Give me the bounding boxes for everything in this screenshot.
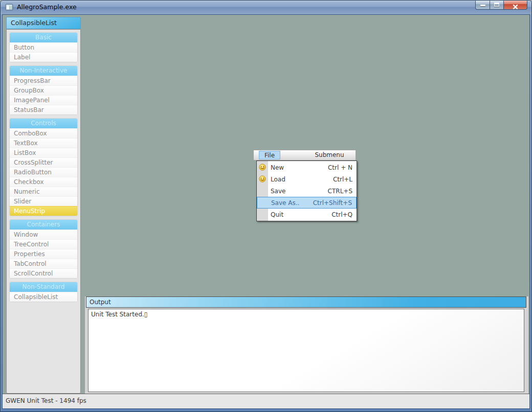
menu-item-accelerator: Ctrl+Shift+S	[313, 199, 352, 207]
menu-item-label: Save As..	[271, 199, 299, 207]
sidebar-item-button[interactable]: Button	[10, 42, 77, 52]
menu-submenu[interactable]: Submenu	[312, 151, 347, 159]
application-window: AllegroSample.exe CollapsibleList Basi	[0, 0, 532, 412]
menu-item-label: Load	[271, 176, 285, 183]
sidebar-section-header[interactable]: Non-Standard	[10, 282, 77, 292]
minimize-icon	[480, 5, 485, 6]
client-area: CollapsibleList Basic ButtonLabel Non-In…	[2, 14, 530, 409]
file-menu-dropdown: NewCtrl + N LoadCtrl+LSaveCTRL+SSave As.…	[256, 161, 357, 221]
sidebar-section-header[interactable]: Basic	[10, 33, 77, 42]
output-panel-header[interactable]: Output	[86, 296, 526, 308]
status-text: GWEN Unit Test - 1494 fps	[6, 397, 86, 404]
sidebar-item-radiobutton[interactable]: RadioButton	[10, 167, 77, 177]
menu-item-label: Save	[271, 188, 285, 195]
window-title: AllegroSample.exe	[17, 0, 77, 14]
title-bar[interactable]: AllegroSample.exe	[0, 0, 532, 14]
sidebar-item-imagepanel[interactable]: ImagePanel	[10, 95, 77, 105]
close-icon	[513, 2, 518, 12]
menu-item-accelerator: Ctrl+Q	[331, 211, 352, 218]
menu-item-accelerator: CTRL+S	[328, 188, 352, 195]
app-window-icon	[5, 3, 13, 11]
menu-item-new[interactable]: NewCtrl + N	[257, 162, 357, 173]
menu-item-load[interactable]: LoadCtrl+L	[257, 173, 357, 185]
menu-file[interactable]: File	[259, 151, 280, 159]
sidebar-section: Non-Standard CollapsibleList	[9, 282, 78, 302]
menu-strip-bar: File Submenu	[253, 150, 356, 161]
sidebar-sections: Basic ButtonLabel Non-Interactive Progre…	[9, 32, 78, 302]
minimize-button[interactable]	[475, 0, 490, 10]
sidebar-item-textbox[interactable]: TextBox	[10, 138, 77, 148]
smiley-icon	[259, 175, 266, 182]
sidebar-item-crosssplitter[interactable]: CrossSplitter	[10, 157, 77, 167]
sidebar-section-header[interactable]: Non-Interactive	[10, 66, 77, 76]
close-button[interactable]	[504, 0, 527, 10]
sidebar-item-groupbox[interactable]: GroupBox	[10, 85, 77, 95]
sidebar-item-checkbox[interactable]: Checkbox	[10, 177, 77, 187]
maximize-icon	[494, 3, 499, 7]
sidebar-item-scrollcontrol[interactable]: ScrollControl	[10, 268, 77, 278]
smiley-icon	[259, 164, 266, 171]
collapsible-list-panel: Basic ButtonLabel Non-Interactive Progre…	[6, 29, 81, 394]
collapsible-list-header[interactable]: CollapsibleList	[6, 17, 81, 29]
sidebar-section: Controls ComboBoxTextBoxListBoxCrossSpli…	[9, 118, 78, 216]
sidebar-section-header[interactable]: Controls	[10, 119, 77, 128]
sidebar-item-numeric[interactable]: Numeric	[10, 187, 77, 196]
menu-item-label: Quit	[271, 211, 283, 218]
menu-item-save-as[interactable]: Save As..Ctrl+Shift+S	[257, 197, 357, 209]
caption-button-group	[475, 0, 527, 10]
output-log[interactable]: Unit Test Started.▯	[88, 309, 524, 392]
menu-item-label: New	[271, 164, 284, 171]
sidebar-item-slider[interactable]: Slider	[10, 196, 77, 206]
menu-item-accelerator: Ctrl + N	[328, 164, 352, 171]
menu-item-save[interactable]: SaveCTRL+S	[257, 185, 357, 197]
sidebar-item-menustrip[interactable]: MenuStrip	[10, 206, 77, 216]
sidebar-item-label[interactable]: Label	[10, 52, 77, 62]
menu-item-quit[interactable]: QuitCtrl+Q	[257, 209, 357, 220]
menu-item-accelerator: Ctrl+L	[333, 176, 352, 183]
sidebar-section-header[interactable]: Containers	[10, 220, 77, 230]
sidebar-item-window[interactable]: Window	[10, 230, 77, 239]
sidebar-item-treecontrol[interactable]: TreeControl	[10, 239, 77, 249]
status-bar: GWEN Unit Test - 1494 fps	[3, 394, 529, 408]
sidebar-item-tabcontrol[interactable]: TabControl	[10, 259, 77, 268]
sidebar-item-progressbar[interactable]: ProgressBar	[10, 76, 77, 85]
file-menu-dropdown-rows: NewCtrl + N LoadCtrl+LSaveCTRL+SSave As.…	[257, 162, 357, 220]
sidebar-section: Basic ButtonLabel	[9, 32, 78, 62]
sidebar-section: Containers WindowTreeControlPropertiesTa…	[9, 219, 78, 279]
sidebar-item-properties[interactable]: Properties	[10, 249, 77, 259]
sidebar-section: Non-Interactive ProgressBarGroupBoxImage…	[9, 65, 78, 115]
sidebar-item-statusbar[interactable]: StatusBar	[10, 105, 77, 115]
sidebar-item-combobox[interactable]: ComboBox	[10, 128, 77, 138]
sidebar-item-collapsiblelist[interactable]: CollapsibleList	[10, 292, 77, 302]
maximize-button[interactable]	[490, 0, 504, 10]
sidebar-item-listbox[interactable]: ListBox	[10, 148, 77, 157]
